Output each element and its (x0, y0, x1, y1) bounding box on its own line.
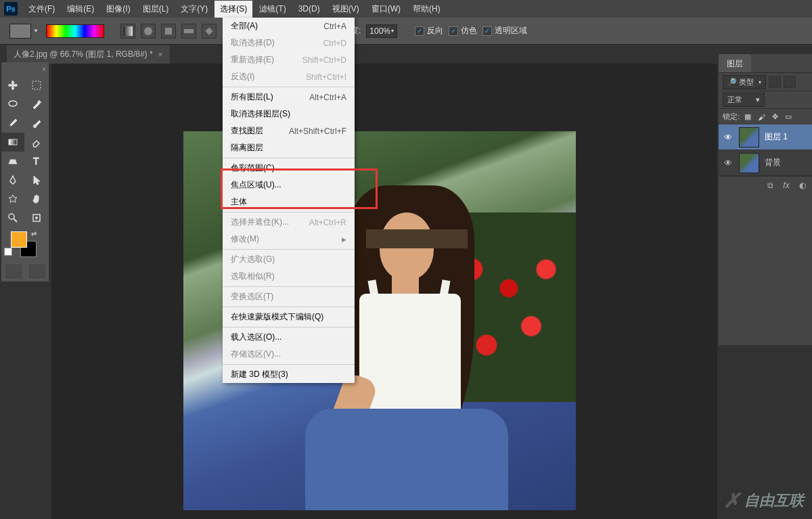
menu-item-[interactable]: 主体 (223, 194, 355, 210)
pen-tool[interactable] (1, 171, 24, 189)
lasso-tool[interactable] (1, 95, 24, 114)
menu-image[interactable]: 图像(I) (101, 1, 135, 18)
lock-transparent-icon[interactable]: ▦ (742, 112, 753, 122)
clone-stamp-tool[interactable] (1, 152, 24, 171)
menu-3d[interactable]: 3D(D) (293, 1, 325, 16)
menu-separator (223, 327, 355, 328)
menu-item-C[interactable]: 色彩范围(C)... (223, 160, 355, 177)
watermark: ✗ 自由互联 (723, 489, 804, 512)
menu-item-S[interactable]: 取消选择图层(S) (223, 106, 355, 122)
layer-row[interactable]: 👁 图层 1 (719, 125, 812, 150)
svg-rect-0 (123, 26, 133, 36)
close-tab-icon[interactable]: × (158, 50, 163, 60)
move-tool[interactable] (1, 76, 24, 95)
blend-mode-select[interactable]: 正常▾ (723, 93, 765, 107)
menu-item-K: 选择并遮住(K)...Alt+Ctrl+R (223, 214, 355, 231)
filter-pixel-icon[interactable] (769, 76, 781, 88)
gradient-linear-icon[interactable] (120, 24, 135, 39)
layer-filter-row: 🔎 类型▾ (719, 73, 812, 91)
layer-thumbnail[interactable] (739, 127, 759, 148)
link-layers-icon[interactable]: ⧉ (765, 180, 775, 191)
menu-item-E: 重新选择(E)Shift+Ctrl+D (223, 51, 355, 68)
shape-tool[interactable] (1, 189, 24, 208)
menu-separator (223, 364, 355, 365)
transparency-checkbox[interactable]: ✓透明区域 (482, 25, 527, 37)
swap-colors-icon[interactable]: ⇄ (31, 230, 37, 238)
gradient-tool[interactable] (1, 133, 24, 152)
zoom-tool[interactable] (1, 208, 24, 227)
menu-item-V: 存储选区(V)... (223, 346, 355, 363)
foreground-background-colors[interactable]: ⇄ (1, 227, 49, 261)
dither-checkbox[interactable]: ✓仿色 (449, 25, 477, 37)
menu-item-U[interactable]: 焦点区域(U)... (223, 177, 355, 194)
menu-filter[interactable]: 滤镜(T) (254, 1, 291, 18)
layer-filter-type[interactable]: 🔎 类型▾ (723, 75, 766, 89)
menu-item-[interactable]: 查找图层Alt+Shift+Ctrl+F (223, 122, 355, 139)
layer-row[interactable]: 👁 背景 (719, 150, 812, 176)
gradient-reflected-icon[interactable] (181, 24, 196, 39)
hand-tool[interactable] (25, 189, 48, 208)
reverse-checkbox[interactable]: ✓反向 (415, 25, 443, 37)
lock-artboard-icon[interactable]: ▭ (783, 112, 794, 122)
filter-adjust-icon[interactable] (784, 76, 796, 88)
app-logo: Ps (4, 2, 18, 16)
lock-position-icon[interactable]: ✥ (769, 112, 780, 122)
svg-rect-4 (205, 27, 212, 35)
menu-layer[interactable]: 图层(L) (137, 1, 175, 18)
menu-item-3D3[interactable]: 新建 3D 模型(3) (223, 366, 355, 383)
tool-preset-picker[interactable] (9, 24, 31, 39)
menu-separator (223, 158, 355, 158)
lock-label: 锁定: (723, 112, 740, 122)
svg-rect-2 (165, 28, 172, 35)
lock-image-icon[interactable]: 🖌 (756, 112, 767, 122)
menu-separator (223, 307, 355, 307)
edit-toolbar-tool[interactable] (25, 208, 48, 227)
visibility-icon[interactable]: 👁 (723, 132, 734, 143)
layer-fx-icon[interactable]: fx (781, 180, 792, 191)
quick-mask-icon[interactable] (5, 265, 22, 278)
brush-tool[interactable] (25, 114, 48, 133)
layers-tab[interactable]: 图层 (719, 54, 751, 72)
default-colors-icon[interactable] (4, 248, 12, 256)
path-selection-tool[interactable] (25, 171, 48, 189)
opacity-value[interactable]: 100%▾ (366, 24, 397, 38)
gradient-radial-icon[interactable] (141, 24, 156, 39)
document-tab-title: 人像2.jpg @ 66.7% (图层 1, RGB/8#) * (14, 49, 153, 60)
tools-mini-tab-close-icon[interactable]: × (42, 66, 46, 73)
menu-item-L[interactable]: 所有图层(L)Alt+Ctrl+A (223, 89, 355, 106)
menu-item-I: 反选(I)Shift+Ctrl+I (223, 68, 355, 85)
gradient-picker[interactable] (46, 24, 104, 38)
marquee-tool[interactable] (25, 76, 48, 95)
svg-text:T: T (33, 156, 39, 166)
menu-type[interactable]: 文字(Y) (175, 1, 213, 18)
menu-item-O[interactable]: 载入选区(O)... (223, 329, 355, 346)
foreground-color[interactable] (11, 231, 27, 248)
screen-mode-row (1, 261, 49, 281)
menu-item-A[interactable]: 全部(A)Ctrl+A (223, 18, 355, 35)
menu-window[interactable]: 窗口(W) (366, 1, 406, 18)
tools-mini-tab[interactable]: × (1, 62, 49, 76)
add-mask-icon[interactable]: ◐ (797, 180, 808, 191)
screen-mode-icon[interactable] (29, 265, 45, 278)
menu-separator (223, 87, 355, 87)
eyedropper-tool[interactable] (1, 114, 24, 133)
type-tool[interactable]: T (25, 152, 48, 171)
menu-help[interactable]: 帮助(H) (407, 1, 446, 18)
gradient-diamond-icon[interactable] (202, 24, 217, 39)
menu-edit[interactable]: 编辑(E) (62, 1, 99, 18)
canvas-area[interactable] (51, 64, 717, 519)
menu-select[interactable]: 选择(S) (215, 1, 252, 18)
visibility-icon[interactable]: 👁 (723, 158, 734, 168)
document-tab[interactable]: 人像2.jpg @ 66.7% (图层 1, RGB/8#) * × (7, 45, 170, 64)
layer-name[interactable]: 背景 (765, 157, 781, 168)
menu-file[interactable]: 文件(F) (23, 1, 60, 18)
menu-item-Q[interactable]: 在快速蒙版模式下编辑(Q) (223, 309, 355, 325)
eraser-tool[interactable] (25, 133, 48, 152)
magic-wand-tool[interactable] (25, 95, 48, 114)
menu-view[interactable]: 视图(V) (327, 1, 365, 18)
layer-name[interactable]: 图层 1 (765, 131, 788, 143)
layer-thumbnail[interactable] (739, 153, 759, 173)
svg-point-9 (9, 214, 14, 219)
menu-item-[interactable]: 隔离图层 (223, 139, 355, 156)
gradient-angle-icon[interactable] (161, 24, 176, 39)
